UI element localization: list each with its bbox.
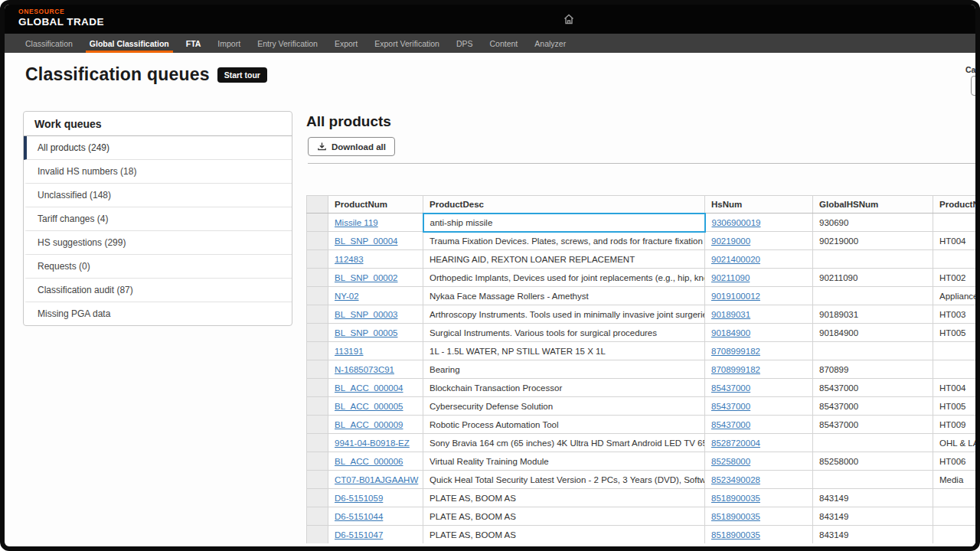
product-desc-cell[interactable]: Trauma Fixation Devices. Plates, screws,… <box>423 232 705 250</box>
row-handle[interactable] <box>307 471 328 489</box>
nav-tab-classification[interactable]: Classification <box>17 34 81 53</box>
product-num-link[interactable]: BL_ACC_000009 <box>335 420 403 429</box>
sidebar-item-missing-pga-data[interactable]: Missing PGA data <box>24 302 292 325</box>
row-handle[interactable] <box>307 342 328 360</box>
hs-num-link[interactable]: 9021400020 <box>711 255 760 264</box>
product-desc-cell[interactable]: Arthroscopy Instruments. Tools used in m… <box>423 305 705 324</box>
product-num-link[interactable]: BL_ACC_000005 <box>335 402 403 411</box>
product-num-link[interactable]: Missile 119 <box>335 218 378 227</box>
row-handle[interactable] <box>307 379 328 397</box>
download-all-button[interactable]: Download all <box>308 137 395 156</box>
sidebar-item-classification-audit-87[interactable]: Classification audit (87) <box>24 279 292 302</box>
product-num-link[interactable]: N-1685073C91 <box>335 365 394 374</box>
sidebar-item-tariff-changes-4[interactable]: Tariff changes (4) <box>24 207 292 231</box>
hs-num-link[interactable]: 90189031 <box>711 310 750 319</box>
product-desc-cell[interactable]: Surgical Instruments. Various tools for … <box>423 324 705 342</box>
column-header-globalhsnum[interactable]: GlobalHSNum <box>813 196 933 214</box>
product-num-link[interactable]: 9941-04-B0918-EZ <box>335 439 410 448</box>
product-num-link[interactable]: BL_SNP_00003 <box>335 310 397 319</box>
product-num-link[interactable]: BL_SNP_00004 <box>335 236 397 246</box>
hs-num-link[interactable]: 9306900019 <box>712 218 761 227</box>
row-handle[interactable] <box>307 360 328 379</box>
product-desc-cell[interactable]: Robotic Process Automation Tool <box>423 416 705 434</box>
nav-tab-export[interactable]: Export <box>326 34 366 53</box>
product-desc-cell[interactable]: Bearing <box>423 360 705 379</box>
nav-tab-import[interactable]: Import <box>209 34 249 53</box>
row-handle[interactable] <box>307 507 328 526</box>
corner-cutoff-input[interactable] <box>971 76 980 96</box>
hs-num-link[interactable]: 85437000 <box>711 420 750 429</box>
hs-num-link[interactable]: 85258000 <box>711 457 750 466</box>
product-num-link[interactable]: D6-5151044 <box>335 512 383 521</box>
hs-num-link[interactable]: 8708999182 <box>711 365 760 374</box>
row-handle[interactable] <box>307 305 328 324</box>
nav-tab-fta[interactable]: FTA <box>178 34 210 53</box>
sidebar-item-invalid-hs-numbers-18[interactable]: Invalid HS numbers (18) <box>24 160 292 184</box>
product-desc-cell[interactable]: PLATE AS, BOOM AS <box>423 526 705 544</box>
product-desc-cell[interactable]: Quick Heal Total Security Latest Version… <box>423 471 705 489</box>
product-desc-cell[interactable]: HEARING AID, REXTON LOANER REPLACEMENT <box>423 250 705 269</box>
product-desc-cell[interactable]: Nykaa Face Massage Rollers - Amethyst <box>423 287 705 305</box>
product-num-link[interactable]: 112483 <box>335 255 364 264</box>
product-desc-cell-selected[interactable]: anti-ship missile <box>423 214 705 232</box>
row-handle[interactable] <box>307 214 328 232</box>
product-desc-cell[interactable]: Cybersecurity Defense Solution <box>423 397 705 416</box>
column-header-productname[interactable]: ProductName <box>933 196 976 214</box>
nav-tab-export-verification[interactable]: Export Verification <box>366 34 448 53</box>
hs-num-link[interactable]: 8518900035 <box>711 494 760 503</box>
product-num-link[interactable]: CT07-B01AJGAAHW <box>335 475 418 484</box>
product-desc-cell[interactable]: Virtual Reality Training Module <box>423 452 705 471</box>
product-num-link[interactable]: BL_ACC_000006 <box>335 457 403 466</box>
row-handle[interactable] <box>307 452 328 471</box>
row-handle[interactable] <box>307 434 328 452</box>
product-desc-cell[interactable]: Orthopedic Implants, Devices used for jo… <box>423 269 705 287</box>
row-handle[interactable] <box>307 269 328 287</box>
nav-tab-analyzer[interactable]: Analyzer <box>526 34 574 53</box>
hs-num-link[interactable]: 8518900035 <box>711 512 760 521</box>
product-num-link[interactable]: D6-5151047 <box>335 530 383 540</box>
product-num-link[interactable]: BL_ACC_000004 <box>335 383 403 393</box>
row-handle[interactable] <box>307 416 328 434</box>
product-desc-cell[interactable]: Blockchain Transaction Processor <box>423 379 705 397</box>
product-num-link[interactable]: D6-5151059 <box>335 494 383 503</box>
row-handle[interactable] <box>307 232 328 250</box>
home-icon[interactable] <box>563 13 575 25</box>
product-desc-cell[interactable]: PLATE AS, BOOM AS <box>423 489 705 507</box>
sidebar-item-hs-suggestions-299[interactable]: HS suggestions (299) <box>24 231 292 255</box>
product-num-link[interactable]: BL_SNP_00005 <box>335 328 397 337</box>
row-handle[interactable] <box>307 397 328 416</box>
row-handle[interactable] <box>307 287 328 305</box>
sidebar-item-all-products-249[interactable]: All products (249) <box>24 136 292 160</box>
nav-tab-dps[interactable]: DPS <box>448 34 482 53</box>
column-header-productdesc[interactable]: ProductDesc <box>423 196 705 214</box>
column-header-hsnum[interactable]: HsNum <box>705 196 813 214</box>
column-header-productnum[interactable]: ProductNum <box>328 196 423 214</box>
hs-num-link[interactable]: 8708999182 <box>711 347 760 356</box>
nav-tab-global-classification[interactable]: Global Classification <box>81 34 178 53</box>
hs-num-link[interactable]: 8528720004 <box>711 439 760 448</box>
row-handle[interactable] <box>307 489 328 507</box>
sidebar-item-unclassified-148[interactable]: Unclassified (148) <box>24 184 292 207</box>
product-desc-cell[interactable]: PLATE AS, BOOM AS <box>423 507 705 526</box>
sidebar-item-requests-0[interactable]: Requests (0) <box>24 255 292 279</box>
product-num-link[interactable]: BL_SNP_00002 <box>335 273 397 282</box>
start-tour-button[interactable]: Start tour <box>217 67 267 83</box>
column-header-handle[interactable] <box>307 196 328 214</box>
hs-num-link[interactable]: 90219000 <box>711 236 750 246</box>
product-desc-cell[interactable]: Sony Bravia 164 cm (65 inches) 4K Ultra … <box>423 434 705 452</box>
row-handle[interactable] <box>307 324 328 342</box>
row-handle[interactable] <box>307 250 328 269</box>
product-num-link[interactable]: NY-02 <box>335 292 359 301</box>
hs-num-link[interactable]: 90184900 <box>711 328 750 337</box>
row-handle[interactable] <box>307 526 328 544</box>
hs-num-link[interactable]: 90211090 <box>711 273 750 282</box>
product-num-link[interactable]: 113191 <box>335 347 364 356</box>
hs-num-link[interactable]: 85437000 <box>711 383 750 393</box>
hs-num-link[interactable]: 9019100012 <box>711 292 760 301</box>
nav-tab-entry-verification[interactable]: Entry Verification <box>249 34 326 53</box>
hs-num-link[interactable]: 8523490028 <box>711 475 760 484</box>
hs-num-link[interactable]: 8518900035 <box>711 530 760 540</box>
nav-tab-content[interactable]: Content <box>482 34 527 53</box>
product-desc-cell[interactable]: 1L - 1.5L WATER, NP STILL WATER 15 X 1L <box>423 342 705 360</box>
hs-num-link[interactable]: 85437000 <box>711 402 750 411</box>
